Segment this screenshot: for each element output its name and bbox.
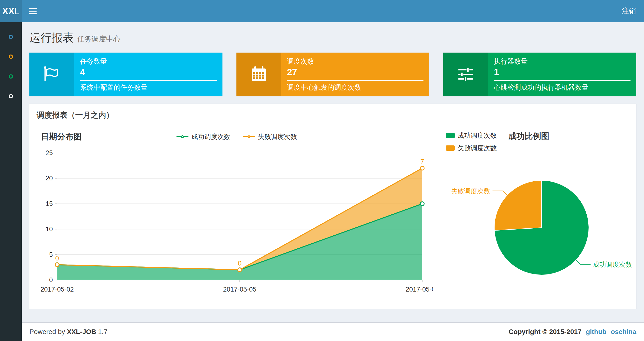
line-marker-icon bbox=[176, 136, 188, 137]
info-box-label: 调度次数 bbox=[287, 57, 424, 66]
svg-text:0: 0 bbox=[55, 254, 59, 262]
svg-text:7: 7 bbox=[420, 158, 424, 165]
panel-title: 调度报表（一月之内） bbox=[30, 110, 636, 121]
info-box-tasks: 任务数量 4 系统中配置的任务数量 bbox=[30, 53, 222, 96]
legend-item-success[interactable]: 成功调度次数 bbox=[176, 132, 230, 141]
svg-text:15: 15 bbox=[46, 200, 53, 207]
square-marker-icon bbox=[446, 133, 455, 138]
sidebar-toggle-button[interactable] bbox=[22, 0, 44, 22]
square-marker-icon bbox=[446, 145, 455, 151]
calendar-icon bbox=[236, 53, 281, 96]
svg-text:失败调度次数: 失败调度次数 bbox=[451, 188, 490, 195]
circle-icon bbox=[9, 94, 13, 98]
navbar-bar: 注销 bbox=[22, 0, 644, 22]
logout-link[interactable]: 注销 bbox=[614, 6, 644, 16]
line-chart-legend: 成功调度次数 失败调度次数 bbox=[176, 132, 297, 141]
info-box-row: 任务数量 4 系统中配置的任务数量 bbox=[22, 45, 644, 96]
info-box-label: 任务数量 bbox=[80, 57, 217, 66]
oschina-link[interactable]: oschina bbox=[611, 328, 636, 336]
github-link[interactable]: github bbox=[586, 328, 607, 336]
info-box-number: 1 bbox=[494, 67, 630, 77]
svg-text:2017-05-02: 2017-05-02 bbox=[40, 286, 74, 293]
sidebar-item-4[interactable] bbox=[9, 94, 13, 98]
logo-text: XXL bbox=[2, 6, 20, 17]
info-box-content: 执行器数量 1 心跳检测成功的执行器机器数量 bbox=[488, 53, 636, 96]
info-box-content: 任务数量 4 系统中配置的任务数量 bbox=[74, 53, 222, 96]
progress-bar bbox=[287, 80, 424, 81]
footer: Powered by XXL-JOB 1.7 Copyright © 2015-… bbox=[22, 322, 644, 341]
svg-text:25: 25 bbox=[46, 149, 53, 157]
info-box-executors: 执行器数量 1 心跳检测成功的执行器机器数量 bbox=[443, 53, 636, 96]
report-panel: 调度报表（一月之内） 日期分布图 成功调度次数 失败调度次数 bbox=[30, 104, 636, 309]
content-header: 运行报表任务调度中心 bbox=[22, 22, 644, 45]
progress-bar bbox=[80, 80, 217, 81]
pie-chart-title: 成功比例图 bbox=[508, 131, 549, 142]
circle-icon bbox=[9, 35, 13, 39]
svg-text:0: 0 bbox=[238, 259, 242, 267]
pie-chart-legend: 成功调度次数 失败调度次数 bbox=[446, 131, 497, 152]
sidebar-item-2[interactable] bbox=[9, 55, 13, 59]
info-box-description: 系统中配置的任务数量 bbox=[80, 83, 217, 92]
legend-item-fail[interactable]: 失败调度次数 bbox=[446, 144, 497, 152]
charts-row: 日期分布图 成功调度次数 失败调度次数 05101520252017-05-02… bbox=[30, 130, 636, 302]
hamburger-icon bbox=[29, 8, 37, 14]
flag-icon bbox=[30, 53, 74, 96]
sidebar-item-1[interactable] bbox=[9, 35, 13, 39]
info-box-description: 调度中心触发的调度次数 bbox=[287, 83, 424, 92]
circle-icon bbox=[9, 74, 13, 79]
success-ratio-pie: 成功调度次数失败调度次数 bbox=[440, 153, 636, 302]
legend-item-success[interactable]: 成功调度次数 bbox=[446, 131, 497, 140]
page-subtitle: 任务调度中心 bbox=[77, 35, 120, 43]
sliders-icon bbox=[443, 53, 488, 96]
top-navbar: XXL 注销 bbox=[0, 0, 644, 22]
svg-text:2017-05-08: 2017-05-08 bbox=[406, 286, 433, 293]
progress-bar bbox=[494, 80, 630, 81]
sidebar bbox=[0, 22, 22, 341]
info-box-number: 4 bbox=[80, 67, 217, 77]
svg-text:20: 20 bbox=[46, 175, 53, 182]
svg-text:2017-05-05: 2017-05-05 bbox=[223, 286, 256, 293]
copyright: Copyright © 2015-2017 github oschina bbox=[508, 328, 636, 336]
info-box-label: 执行器数量 bbox=[494, 57, 630, 66]
circle-icon bbox=[9, 55, 13, 59]
svg-text:10: 10 bbox=[46, 225, 53, 233]
svg-text:0: 0 bbox=[49, 276, 53, 284]
info-box-description: 心跳检测成功的执行器机器数量 bbox=[494, 83, 630, 92]
page-title: 运行报表任务调度中心 bbox=[30, 30, 636, 45]
powered-by: Powered by XXL-JOB 1.7 bbox=[30, 328, 108, 336]
legend-item-fail[interactable]: 失败调度次数 bbox=[243, 132, 297, 141]
svg-text:成功调度次数: 成功调度次数 bbox=[593, 261, 632, 268]
info-box-triggers: 调度次数 27 调度中心触发的调度次数 bbox=[236, 53, 430, 96]
line-chart-title: 日期分布图 bbox=[33, 131, 82, 142]
info-box-content: 调度次数 27 调度中心触发的调度次数 bbox=[281, 53, 430, 96]
date-distribution-chart: 05101520252017-05-022017-05-052017-05-08… bbox=[33, 144, 433, 300]
main-content: 运行报表任务调度中心 任务数量 4 系统中配置的任务数量 bbox=[22, 22, 644, 322]
info-box-number: 27 bbox=[287, 67, 424, 77]
svg-text:5: 5 bbox=[49, 251, 53, 258]
date-distribution-section: 日期分布图 成功调度次数 失败调度次数 05101520252017-05-02… bbox=[30, 130, 440, 302]
logo[interactable]: XXL bbox=[0, 0, 22, 22]
sidebar-item-3[interactable] bbox=[9, 74, 13, 79]
success-ratio-section: 成功调度次数 失败调度次数 成功比例图 成功调度次数失败调度次数 bbox=[440, 130, 636, 302]
line-marker-icon bbox=[243, 136, 255, 137]
